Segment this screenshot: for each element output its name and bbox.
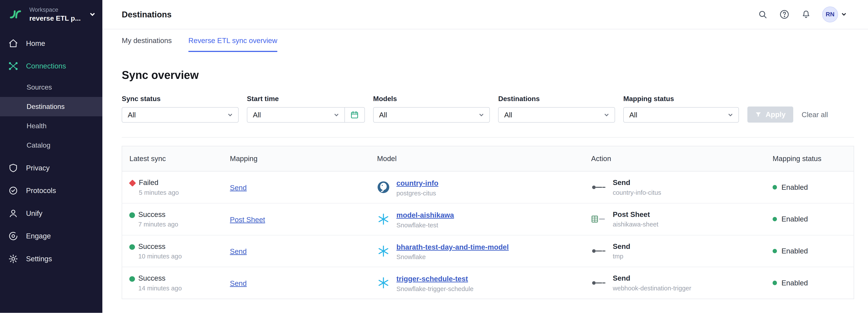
- sidebar-item-connections[interactable]: Connections: [0, 55, 102, 77]
- sidebar-item-privacy[interactable]: Privacy: [0, 157, 102, 179]
- sync-time: 14 minutes ago: [138, 284, 182, 292]
- mapping-link[interactable]: Send: [230, 247, 247, 255]
- select-value: All: [629, 111, 638, 119]
- mapping-link[interactable]: Post Sheet: [230, 216, 265, 224]
- connections-icon: [8, 61, 18, 71]
- workspace-switcher[interactable]: Workspace reverse ETL p...: [0, 0, 102, 29]
- mapping-status-text: Enabled: [781, 215, 808, 223]
- chevron-down-icon: [89, 11, 96, 18]
- calendar-button[interactable]: [345, 107, 365, 123]
- gear-icon: [8, 254, 18, 264]
- filter-start-time: Start time All: [247, 95, 365, 123]
- model-subtitle: Snowflake-trigger-schedule: [396, 285, 473, 292]
- model-link[interactable]: model-aishikawa: [396, 211, 454, 219]
- success-status-icon: [129, 276, 135, 282]
- filter-label: Sync status: [122, 95, 239, 103]
- filter-label: Start time: [247, 95, 365, 103]
- calendar-icon: [350, 111, 359, 119]
- user-menu[interactable]: RN: [822, 6, 847, 23]
- column-header: Mapping: [223, 146, 370, 171]
- top-bar: Destinations RN: [102, 0, 868, 29]
- shield-icon: [8, 163, 18, 173]
- sidebar-item-label: Catalog: [27, 141, 51, 149]
- filters-bar: Sync status All Start time All: [122, 95, 854, 123]
- page-header-title: Destinations: [122, 10, 172, 19]
- divider: [122, 137, 854, 137]
- header-actions: RN: [757, 6, 847, 23]
- model-link[interactable]: country-info: [396, 179, 438, 187]
- mapping-status-text: Enabled: [781, 247, 808, 255]
- snowflake-icon: [377, 213, 390, 226]
- avatar[interactable]: RN: [822, 6, 838, 23]
- mapping-link[interactable]: Send: [230, 279, 247, 287]
- model-subtitle: postgres-citus: [396, 190, 438, 197]
- mapping-status-select[interactable]: All: [623, 107, 739, 123]
- sidebar-item-settings[interactable]: Settings: [0, 247, 102, 270]
- action-name: Send: [613, 242, 630, 251]
- filter-label: Mapping status: [623, 95, 739, 103]
- sidebar-item-unify[interactable]: Unify: [0, 202, 102, 225]
- sync-status-select[interactable]: All: [122, 107, 239, 123]
- notifications-bell-icon[interactable]: [800, 9, 811, 20]
- column-header: Mapping status: [766, 146, 854, 171]
- mapping-status-text: Enabled: [781, 279, 808, 287]
- sidebar-item-label: Connections: [26, 62, 66, 70]
- sidebar-item-sources[interactable]: Sources: [0, 77, 102, 97]
- action-subtitle: tmp: [613, 253, 630, 260]
- enabled-status-dot: [773, 281, 777, 285]
- sync-overview-table: Latest sync Mapping Model Action Mapping…: [122, 146, 854, 299]
- apply-button[interactable]: Apply: [747, 106, 794, 123]
- sidebar-item-protocols[interactable]: Protocols: [0, 179, 102, 202]
- google-sheets-destination-icon: [591, 215, 606, 224]
- sidebar-item-health[interactable]: Health: [0, 116, 102, 136]
- chevron-down-icon: [478, 112, 485, 118]
- success-status-icon: [129, 244, 135, 250]
- sidebar-item-engage[interactable]: Engage: [0, 225, 102, 247]
- tab-reverse-etl-sync-overview[interactable]: Reverse ETL sync overview: [188, 36, 277, 52]
- models-select[interactable]: All: [373, 107, 490, 123]
- tab-my-destinations[interactable]: My destinations: [122, 36, 172, 52]
- main-area: Destinations RN My: [102, 0, 868, 313]
- enabled-status-dot: [773, 185, 777, 189]
- failed-status-icon: [129, 180, 136, 187]
- sidebar-item-label: Privacy: [26, 164, 50, 172]
- sync-time: 5 minutes ago: [139, 189, 179, 196]
- model-link[interactable]: bharath-test-day-and-time-model: [396, 243, 509, 251]
- action-subtitle: webhook-destination-trigger: [613, 284, 691, 292]
- help-icon[interactable]: [779, 9, 790, 20]
- search-icon[interactable]: [757, 9, 769, 20]
- select-value: All: [128, 111, 136, 119]
- sidebar-item-label: Engage: [26, 232, 51, 240]
- start-time-select[interactable]: All: [247, 107, 345, 123]
- webhook-destination-icon: [591, 278, 606, 287]
- sidebar-item-label: Home: [26, 39, 45, 48]
- sidebar-item-destinations[interactable]: Destinations: [0, 97, 102, 116]
- workspace-label: Workspace: [29, 6, 84, 14]
- sidebar-item-label: Destinations: [27, 103, 65, 111]
- filter-models: Models All: [373, 95, 490, 123]
- workspace-name: reverse ETL p...: [29, 14, 84, 23]
- chevron-down-icon: [227, 112, 233, 118]
- clear-all-link[interactable]: Clear all: [802, 111, 828, 119]
- filter-label: Models: [373, 95, 490, 103]
- connections-sub-menu: Sources Destinations Health Catalog: [0, 77, 102, 155]
- webhook-destination-icon: [591, 183, 606, 192]
- sidebar-item-label: Settings: [26, 255, 52, 263]
- snowflake-icon: [377, 245, 390, 257]
- destinations-select[interactable]: All: [498, 107, 615, 123]
- action-name: Send: [613, 274, 691, 283]
- filter-sync-status: Sync status All: [122, 95, 239, 123]
- select-value: All: [504, 111, 512, 119]
- sidebar-item-label: Sources: [27, 83, 52, 91]
- sidebar-item-home[interactable]: Home: [0, 32, 102, 55]
- page-title: Sync overview: [122, 69, 854, 82]
- mapping-status-text: Enabled: [781, 183, 808, 191]
- model-link[interactable]: trigger-schedule-test: [396, 275, 468, 283]
- sidebar-item-catalog[interactable]: Catalog: [0, 136, 102, 155]
- success-status-icon: [129, 212, 135, 218]
- table-row: Failed 5 minutes ago Send: [122, 171, 854, 203]
- select-value: All: [379, 111, 387, 119]
- sidebar-item-label: Health: [27, 122, 46, 130]
- mapping-link[interactable]: Send: [230, 184, 247, 192]
- table-row: Success 7 minutes ago Post Sheet: [122, 203, 854, 235]
